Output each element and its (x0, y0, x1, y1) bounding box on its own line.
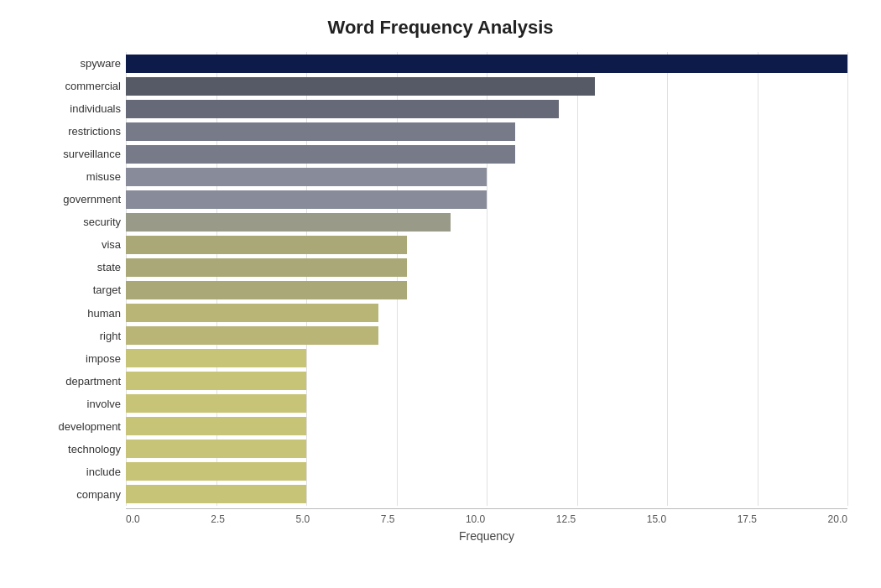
bar-department (126, 372, 306, 390)
x-axis-line (126, 508, 847, 509)
y-label-department: department (34, 376, 121, 387)
bars-container (126, 52, 847, 506)
y-label-visa: visa (34, 239, 121, 250)
x-tick: 12.5 (556, 513, 576, 525)
bar-row (126, 256, 847, 278)
x-axis: 0.02.55.07.510.012.515.017.520.0 Frequen… (126, 508, 847, 543)
bar-commercial (126, 77, 595, 96)
bar-right (126, 326, 378, 345)
x-tick: 10.0 (466, 513, 485, 525)
y-label-government: government (34, 194, 121, 205)
bar-row (126, 188, 847, 211)
y-label-state: state (34, 262, 121, 273)
y-label-surveillance: surveillance (34, 148, 121, 159)
bar-row (126, 211, 847, 233)
bar-surveillance (126, 145, 515, 164)
bar-row (126, 97, 847, 120)
bar-state (126, 258, 407, 277)
y-label-development: development (34, 421, 121, 432)
x-tick: 17.5 (738, 513, 757, 525)
y-label-technology: technology (34, 444, 121, 455)
chart-area: spywarecommercialindividualsrestrictions… (34, 52, 847, 506)
y-label-company: company (34, 489, 121, 500)
grid-line (847, 52, 848, 506)
bar-restrictions (126, 122, 515, 141)
x-axis-label: Frequency (126, 529, 847, 543)
bar-row (126, 233, 847, 256)
bar-row (126, 75, 847, 97)
bar-company (126, 485, 306, 503)
x-tick: 2.5 (211, 513, 225, 525)
y-label-security: security (34, 216, 121, 227)
bar-row (126, 302, 847, 325)
x-tick: 20.0 (828, 513, 847, 525)
bar-spyware (126, 55, 847, 73)
bar-security (126, 213, 451, 232)
y-label-individuals: individuals (34, 103, 121, 114)
x-tick: 5.0 (295, 513, 310, 525)
bar-human (126, 304, 378, 322)
y-label-right: right (34, 330, 121, 341)
y-label-human: human (34, 308, 121, 319)
y-label-involve: involve (34, 398, 121, 409)
bar-row (126, 483, 847, 506)
x-ticks: 0.02.55.07.510.012.515.017.520.0 (126, 513, 847, 525)
bar-row (126, 52, 847, 75)
y-label-target: target (34, 284, 121, 295)
bar-row (126, 438, 847, 461)
y-label-include: include (34, 466, 121, 477)
bar-row (126, 415, 847, 438)
bar-row (126, 393, 847, 415)
y-label-spyware: spyware (34, 58, 121, 69)
bars-section: 0.02.55.07.510.012.515.017.520.0 Frequen… (126, 52, 847, 506)
x-tick: 15.0 (647, 513, 666, 525)
bar-row (126, 120, 847, 143)
bar-row (126, 165, 847, 188)
y-label-commercial: commercial (34, 81, 121, 91)
y-axis: spywarecommercialindividualsrestrictions… (34, 52, 126, 506)
chart-title: Word Frequency Analysis (34, 17, 847, 39)
bar-row (126, 370, 847, 393)
bar-row (126, 325, 847, 347)
y-label-misuse: misuse (34, 171, 121, 182)
bar-government (126, 190, 487, 209)
y-label-restrictions: restrictions (34, 126, 121, 137)
bar-misuse (126, 168, 487, 186)
bar-row (126, 143, 847, 165)
bar-involve (126, 394, 306, 413)
chart-container: Word Frequency Analysis spywarecommercia… (0, 0, 881, 588)
bar-impose (126, 349, 306, 367)
bar-technology (126, 440, 306, 458)
bar-development (126, 417, 306, 435)
bar-include (126, 462, 306, 481)
bar-row (126, 461, 847, 483)
bar-row (126, 347, 847, 370)
bar-target (126, 281, 407, 299)
bar-individuals (126, 100, 559, 118)
bar-row (126, 278, 847, 301)
bar-visa (126, 236, 407, 254)
x-tick: 7.5 (381, 513, 395, 525)
x-tick: 0.0 (126, 513, 140, 525)
y-label-impose: impose (34, 353, 121, 364)
